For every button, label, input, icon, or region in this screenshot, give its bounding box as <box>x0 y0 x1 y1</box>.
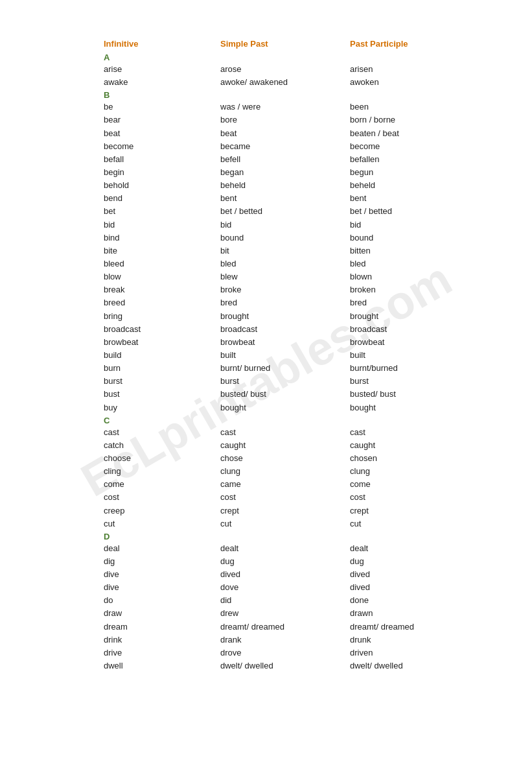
simple-past-cell: beheld <box>220 179 350 192</box>
simple-past-cell: drove <box>220 646 350 659</box>
past-participle-cell: burnt/burned <box>350 362 492 375</box>
verb-row: breakbrokebroken <box>104 283 493 296</box>
table-header: Infinitive Simple Past Past Participle <box>104 39 493 49</box>
simple-past-cell: caught <box>220 439 350 452</box>
simple-past-cell: chose <box>220 452 350 465</box>
simple-past-cell: dealt <box>220 542 350 555</box>
simple-past-cell: bled <box>220 257 350 270</box>
infinitive-cell: build <box>104 349 220 362</box>
infinitive-cell: dive <box>104 568 220 581</box>
past-participle-cell: bred <box>350 296 492 309</box>
infinitive-cell: befall <box>104 153 220 166</box>
simple-past-cell: built <box>220 349 350 362</box>
verb-row: awakeawoke/ awakenedawoken <box>104 76 493 89</box>
past-participle-cell: befallen <box>350 153 492 166</box>
verb-row: beholdbeheldbeheld <box>104 179 493 192</box>
past-participle-cell: beaten / beat <box>350 127 492 140</box>
simple-past-cell: bore <box>220 113 350 126</box>
simple-past-cell: dove <box>220 581 350 594</box>
infinitive-cell: deal <box>104 542 220 555</box>
infinitive-cell: bleed <box>104 257 220 270</box>
simple-past-cell: broadcast <box>220 323 350 336</box>
past-participle-cell: dived <box>350 581 492 594</box>
verb-row: bleedbledbled <box>104 257 493 270</box>
verb-row: catchcaughtcaught <box>104 439 493 452</box>
verb-row: burstburstburst <box>104 375 493 388</box>
simple-past-cell: cast <box>220 426 350 439</box>
past-participle-cell: become <box>350 140 492 153</box>
simple-past-cell: bred <box>220 296 350 309</box>
verb-row: clingclungclung <box>104 465 493 478</box>
past-participle-cell: awoken <box>350 76 492 89</box>
infinitive-cell: cast <box>104 426 220 439</box>
section-letter-b: B <box>104 90 493 100</box>
verb-row: broadcastbroadcastbroadcast <box>104 323 493 336</box>
infinitive-cell: buy <box>104 401 220 414</box>
simple-past-cell: bit <box>220 244 350 257</box>
verb-row: buildbuiltbuilt <box>104 349 493 362</box>
verb-row: arisearosearisen <box>104 63 493 76</box>
past-participle-cell: bled <box>350 257 492 270</box>
past-participle-cell: clung <box>350 465 492 478</box>
infinitive-cell: cut <box>104 517 220 530</box>
past-participle-cell: driven <box>350 646 492 659</box>
simple-past-cell: awoke/ awakened <box>220 76 350 89</box>
past-participle-cell: chosen <box>350 452 492 465</box>
section-letter-d: D <box>104 532 493 541</box>
past-participle-cell: cost <box>350 491 492 504</box>
past-participle-cell: bought <box>350 401 492 414</box>
verb-row: castcastcast <box>104 426 493 439</box>
verb-row: dwelldwelt/ dwelleddwelt/ dwelled <box>104 659 493 672</box>
verb-table: Aarisearosearisenawakeawoke/ awakenedawo… <box>104 53 493 672</box>
verb-row: breedbredbred <box>104 296 493 309</box>
past-participle-cell: browbeat <box>350 336 492 349</box>
verb-row: choosechosechosen <box>104 452 493 465</box>
infinitive-cell: blow <box>104 270 220 283</box>
simple-past-cell: busted/ bust <box>220 388 350 401</box>
verb-row: dreamdreamt/ dreameddreamt/ dreamed <box>104 621 493 634</box>
past-participle-cell: bet / betted <box>350 205 492 218</box>
past-participle-cell: dwelt/ dwelled <box>350 659 492 672</box>
past-participle-cell: burst <box>350 375 492 388</box>
verb-row: beginbeganbegun <box>104 166 493 179</box>
infinitive-cell: dream <box>104 621 220 634</box>
simple-past-cell: dug <box>220 555 350 568</box>
verb-row: drivedrovedriven <box>104 646 493 659</box>
simple-past-cell: arose <box>220 63 350 76</box>
infinitive-cell: bet <box>104 205 220 218</box>
past-participle-cell: brought <box>350 310 492 323</box>
past-participle-cell: arisen <box>350 63 492 76</box>
simple-past-cell: was / were <box>220 101 350 113</box>
verb-row: buyboughtbought <box>104 401 493 414</box>
simple-past-cell: beat <box>220 127 350 140</box>
verb-row: beatbeatbeaten / beat <box>104 127 493 140</box>
simple-past-cell: did <box>220 594 350 607</box>
simple-past-cell: burnt/ burned <box>220 362 350 375</box>
past-participle-cell: bent <box>350 192 492 205</box>
verb-row: dodiddone <box>104 594 493 607</box>
infinitive-cell: dwell <box>104 659 220 672</box>
infinitive-cell: dive <box>104 581 220 594</box>
past-participle-cell: broken <box>350 283 492 296</box>
infinitive-cell: begin <box>104 166 220 179</box>
verb-row: bewas / werebeen <box>104 101 493 113</box>
infinitive-cell: creep <box>104 504 220 517</box>
simple-past-cell: burst <box>220 375 350 388</box>
verb-row: divediveddived <box>104 568 493 581</box>
infinitive-cell: break <box>104 283 220 296</box>
infinitive-cell: come <box>104 478 220 491</box>
past-participle-cell: busted/ bust <box>350 388 492 401</box>
past-participle-cell: drunk <box>350 634 492 646</box>
infinitive-cell: be <box>104 101 220 113</box>
simple-past-cell: dwelt/ dwelled <box>220 659 350 672</box>
past-participle-cell: come <box>350 478 492 491</box>
past-participle-cell: bid <box>350 219 492 231</box>
infinitive-cell: become <box>104 140 220 153</box>
simple-past-cell: dived <box>220 568 350 581</box>
verb-row: cutcutcut <box>104 517 493 530</box>
infinitive-cell: burn <box>104 362 220 375</box>
infinitive-cell: bid <box>104 219 220 231</box>
verb-row: dealdealtdealt <box>104 542 493 555</box>
verb-row: burnburnt/ burnedburnt/burned <box>104 362 493 375</box>
past-participle-cell: beheld <box>350 179 492 192</box>
